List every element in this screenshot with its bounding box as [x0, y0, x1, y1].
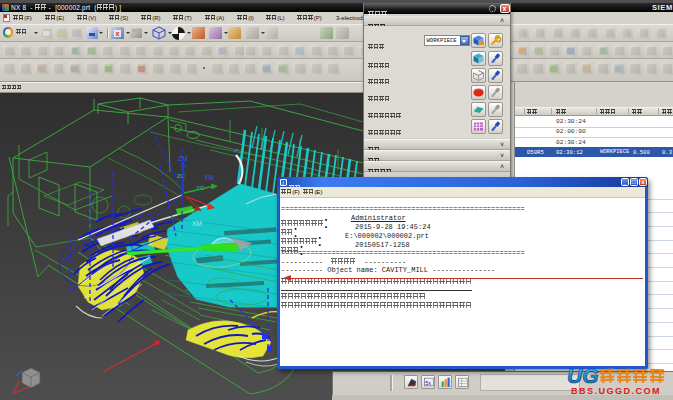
svg-text:UG: UG: [567, 364, 599, 387]
svg-text:XM: XM: [192, 220, 202, 227]
svg-text:ZC: ZC: [177, 173, 186, 179]
svg-text:5x: 5x: [425, 380, 431, 386]
svg-text:YM: YM: [204, 174, 214, 181]
